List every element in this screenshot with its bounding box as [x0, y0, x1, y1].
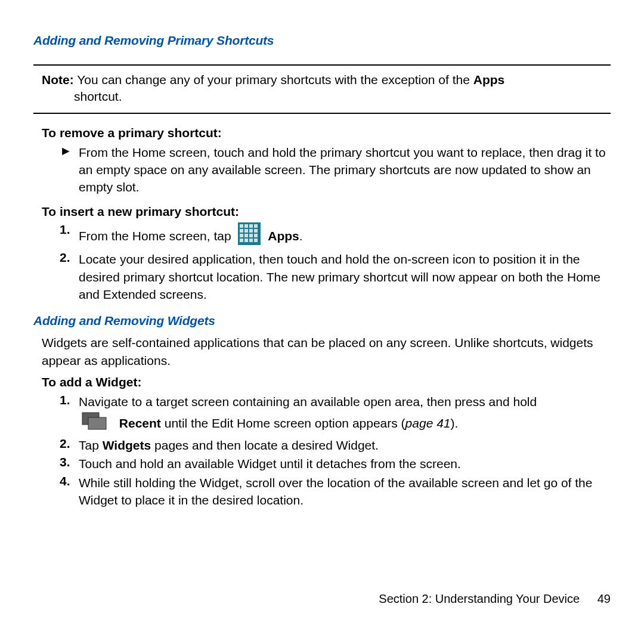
svg-rect-14	[244, 239, 248, 242]
svg-rect-9	[240, 234, 243, 237]
svg-rect-11	[249, 234, 253, 237]
list-number: 1.	[60, 393, 79, 435]
list-number: 2.	[60, 250, 79, 303]
insert-shortcut-list: 1. From the Home screen, tap Apps.	[60, 222, 611, 304]
note-box: Note: You can change any of your primary…	[33, 64, 611, 114]
widgets-intro: Widgets are self-contained applications …	[42, 334, 611, 369]
recent-label: Recent	[119, 416, 161, 430]
add-widget-item-3-text: Touch and hold an available Widget until…	[79, 455, 611, 472]
triangle-bullet-icon: ►	[60, 144, 79, 196]
text-line: Recent until the Edit Home screen option…	[79, 411, 611, 435]
svg-rect-2	[244, 224, 248, 228]
svg-rect-5	[240, 229, 243, 233]
add-widget-item-2-text: Tap Widgets pages and then locate a desi…	[79, 436, 611, 454]
add-widget-item-1: 1. Navigate to a target screen containin…	[60, 393, 611, 435]
list-number: 3.	[60, 455, 79, 472]
svg-rect-3	[249, 224, 253, 228]
svg-rect-19	[88, 417, 106, 429]
remove-shortcut-text: From the Home screen, touch and hold the…	[79, 144, 609, 196]
widgets-word: Widgets	[103, 438, 151, 452]
document-page: Adding and Removing Primary Shortcuts No…	[0, 0, 644, 644]
text-segment: ).	[451, 416, 459, 430]
insert-shortcut-item-1-text: From the Home screen, tap Apps.	[79, 222, 611, 249]
remove-shortcut-bullet: ► From the Home screen, touch and hold t…	[60, 144, 611, 196]
insert-shortcut-item-2: 2. Locate your desired application, then…	[60, 250, 611, 303]
add-widget-title: To add a Widget:	[42, 375, 611, 389]
svg-rect-6	[244, 229, 248, 233]
text-segment: until the Edit Home screen option appear…	[161, 416, 405, 430]
svg-rect-12	[254, 234, 258, 237]
svg-rect-13	[240, 239, 243, 242]
svg-rect-1	[240, 224, 243, 228]
add-widget-item-3: 3. Touch and hold an available Widget un…	[60, 455, 611, 472]
note-apps-word: Apps	[473, 73, 505, 86]
add-widget-list: 1. Navigate to a target screen containin…	[60, 393, 611, 509]
heading-primary-shortcuts: Adding and Removing Primary Shortcuts	[33, 33, 611, 48]
svg-rect-15	[249, 239, 253, 242]
remove-shortcut-title: To remove a primary shortcut:	[42, 126, 611, 140]
add-widget-item-2: 2. Tap Widgets pages and then locate a d…	[60, 436, 611, 454]
text-segment: pages and then locate a desired Widget.	[151, 438, 379, 452]
text-segment: Tap	[79, 438, 103, 452]
apps-grid-icon	[238, 222, 261, 249]
recent-icon	[79, 411, 110, 435]
page-footer: Section 2: Understanding Your Device 49	[379, 592, 611, 606]
insert-shortcut-item-1: 1. From the Home screen, tap Apps.	[60, 222, 611, 249]
text-segment: .	[299, 229, 303, 243]
list-number: 1.	[60, 222, 79, 249]
add-widget-item-4-text: While still holding the Widget, scroll o…	[79, 474, 611, 509]
add-widget-item-4: 4. While still holding the Widget, scrol…	[60, 474, 611, 509]
text-segment: From the Home screen, tap	[79, 229, 234, 243]
footer-page-number: 49	[597, 592, 611, 605]
svg-rect-4	[254, 224, 258, 228]
svg-rect-8	[254, 229, 258, 233]
note-text-a: You can change any of your primary short…	[74, 73, 473, 86]
note-line-1: Note: You can change any of your primary…	[42, 72, 608, 88]
text-line: Navigate to a target screen containing a…	[79, 393, 611, 410]
svg-rect-10	[244, 234, 248, 237]
footer-section: Section 2: Understanding Your Device	[379, 592, 580, 605]
insert-shortcut-item-2-text: Locate your desired application, then to…	[79, 250, 611, 303]
list-number: 4.	[60, 474, 79, 509]
heading-widgets: Adding and Removing Widgets	[33, 314, 611, 328]
add-widget-item-1-text: Navigate to a target screen containing a…	[79, 393, 611, 435]
insert-shortcut-title: To insert a new primary shortcut:	[42, 205, 611, 219]
apps-label: Apps	[268, 229, 299, 243]
svg-rect-7	[249, 229, 253, 233]
svg-rect-16	[254, 239, 258, 242]
list-number: 2.	[60, 436, 79, 454]
note-line-2: shortcut.	[74, 88, 608, 105]
page-ref: page 41	[405, 416, 451, 430]
note-label: Note:	[42, 73, 74, 86]
